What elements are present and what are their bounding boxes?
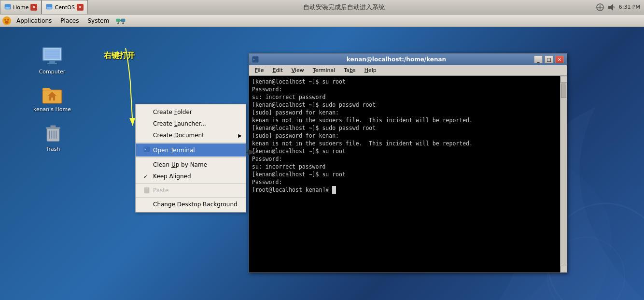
terminal-line-10: [kenan@localhost ~]$ su root (252, 147, 564, 155)
context-menu-create-launcher[interactable]: Create Launcher... (136, 118, 246, 129)
context-menu-create-document[interactable]: Create Document ▶ (136, 129, 246, 141)
home-label: kenan's Home (33, 106, 71, 113)
terminal-title-icon: >_ (252, 56, 259, 63)
network-mgr-icon (116, 16, 126, 26)
context-menu-cleanup[interactable]: Clean Up by Name (136, 159, 246, 171)
terminal-maximize-btn[interactable]: □ (545, 56, 553, 63)
terminal-line-11: Password: (252, 155, 564, 163)
trash-label: Trash (34, 146, 72, 152)
scrollbar-thumb[interactable] (561, 84, 566, 98)
svg-rect-5 (47, 7, 52, 9)
desktop: Home ✕ CentOS ✕ 自动安装完成后自动进入系统 (0, 0, 644, 300)
home-tab-close[interactable]: ✕ (30, 4, 37, 11)
svg-text:>_: >_ (144, 147, 148, 151)
svg-rect-14 (121, 19, 125, 22)
terminal-scrollbar[interactable]: ▲ ▼ (560, 76, 567, 272)
terminal-line-5: [sudo] password for kenan: (252, 109, 564, 116)
context-menu-sep1 (136, 142, 246, 143)
centos-tab-close[interactable]: ✕ (77, 4, 84, 11)
taskbar-tabs: Home ✕ CentOS ✕ (0, 0, 88, 14)
terminal-menu-edit[interactable]: Edit (268, 66, 286, 74)
volume-icon (607, 3, 616, 12)
terminal-line-14: Password: (252, 178, 564, 186)
taskbar: Home ✕ CentOS ✕ 自动安装完成后自动进入系统 (0, 0, 644, 14)
terminal-line-15: [root@localhost kenan]# (252, 186, 564, 194)
svg-point-10 (4, 19, 6, 21)
terminal-icon: >_ (143, 146, 150, 153)
computer-icon-svg (41, 44, 64, 68)
terminal-line-7: [kenan@localhost ~]$ sudo passwd root (252, 124, 564, 132)
svg-rect-35 (51, 126, 56, 128)
context-menu-paste: Paste (136, 185, 246, 196)
terminal-line-1: [kenan@localhost ~]$ su root (252, 78, 564, 86)
centos-tab-icon (46, 4, 53, 11)
context-menu-sep2 (136, 157, 246, 158)
terminal-menu-help[interactable]: Help (361, 66, 380, 74)
paste-icon (143, 187, 150, 194)
context-menu-sep4 (136, 197, 246, 198)
clock: 6:31 PM (619, 4, 640, 10)
terminal-content[interactable]: [kenan@localhost ~]$ su root Password: s… (249, 76, 567, 272)
desktop-icon-trash[interactable]: Trash (34, 122, 72, 152)
home-tab-label: Home (13, 4, 28, 11)
svg-rect-3 (5, 7, 10, 9)
context-menu-keep-aligned[interactable]: ✓ Keep Aligned (136, 171, 246, 182)
trash-icon (42, 122, 65, 145)
centos-tab-label: CentOS (55, 4, 74, 11)
context-menu-change-bg[interactable]: Change Desktop Background (136, 199, 246, 210)
gnome-icon[interactable] (2, 16, 12, 26)
network-icon (596, 3, 604, 12)
context-menu-create-folder[interactable]: Create Folder (136, 106, 246, 118)
scrollbar-up-btn[interactable]: ▲ (560, 76, 567, 83)
terminal-line-6: kenan is not in the sudoers file. This i… (252, 116, 564, 124)
terminal-line-12: su: incorrect password (252, 163, 564, 171)
taskbar-title: 自动安装完成后自动进入系统 (93, 3, 596, 12)
taskbar-tab-centos[interactable]: CentOS ✕ (42, 0, 87, 14)
terminal-window: >_ kenan@localhost:/home/kenan _ □ ✕ Fil… (249, 53, 567, 273)
terminal-line-2: Password: (252, 86, 564, 93)
terminal-titlebar: >_ kenan@localhost:/home/kenan _ □ ✕ (249, 54, 567, 65)
svg-marker-8 (608, 4, 613, 11)
svg-text:>_: >_ (253, 57, 257, 61)
terminal-line-4: [kenan@localhost ~]$ sudo passwd root (252, 101, 564, 109)
taskbar-tab-home[interactable]: Home ✕ (0, 0, 42, 14)
terminal-line-9: kenan is not in the sudoers file. This i… (252, 140, 564, 147)
svg-rect-23 (47, 63, 57, 64)
computer-label: Computer (33, 69, 71, 75)
computer-icon (41, 44, 64, 68)
terminal-line-13: [kenan@localhost ~]$ su root (252, 171, 564, 178)
svg-rect-33 (47, 128, 59, 142)
terminal-minimize-btn[interactable]: _ (534, 56, 543, 63)
context-menu-open-terminal[interactable]: >_ Open Terminal (136, 143, 246, 157)
context-menu: Create Folder Create Launcher... Create … (135, 104, 246, 213)
context-menu-sep3 (136, 183, 246, 184)
svg-point-11 (7, 19, 9, 21)
terminal-menu-terminal[interactable]: Terminal (309, 66, 339, 74)
terminal-line-3: su: incorrect password (252, 93, 564, 101)
terminal-line-8: [sudo] password for kenan: (252, 132, 564, 140)
menubar-places[interactable]: Places (56, 16, 83, 25)
menubar-system[interactable]: System (84, 16, 113, 25)
desktop-icon-home[interactable]: kenan's Home (33, 82, 71, 113)
svg-rect-32 (51, 98, 53, 100)
terminal-close-btn[interactable]: ✕ (555, 56, 564, 63)
terminal-title: kenan@localhost:/home/kenan (261, 56, 532, 63)
terminal-menubar: File Edit View Terminal Tabs Help (249, 65, 567, 76)
menubar-applications[interactable]: Applications (13, 16, 56, 25)
terminal-menu-tabs[interactable]: Tabs (340, 66, 359, 74)
terminal-menu-file[interactable]: File (251, 66, 267, 74)
desktop-icon-computer[interactable]: Computer (33, 44, 71, 75)
home-icon (41, 82, 64, 105)
scrollbar-down-btn[interactable]: ▼ (560, 266, 567, 272)
taskbar-right: 6:31 PM (596, 3, 644, 12)
svg-rect-44 (145, 187, 148, 188)
svg-point-12 (5, 21, 9, 24)
scrollbar-track[interactable] (560, 83, 567, 266)
home-tab-icon (4, 4, 11, 11)
svg-rect-22 (49, 61, 55, 63)
trash-icon-svg (42, 123, 64, 144)
terminal-menu-view[interactable]: View (288, 66, 308, 74)
svg-rect-13 (116, 19, 120, 22)
home-icon-svg (41, 82, 64, 105)
menubar: Applications Places System (0, 14, 644, 27)
